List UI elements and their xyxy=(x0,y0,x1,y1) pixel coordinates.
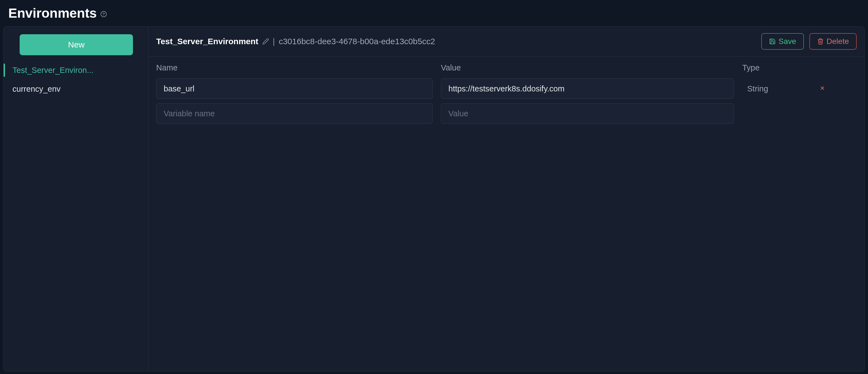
sidebar-item-currency-env[interactable]: currency_env xyxy=(4,80,141,98)
save-icon xyxy=(769,38,776,45)
variable-name-input[interactable] xyxy=(156,78,433,99)
page-title: Environments xyxy=(8,5,97,21)
new-variable-name-input[interactable] xyxy=(156,103,433,124)
save-button-label: Save xyxy=(778,37,796,46)
main-content: Test_Server_Environment | c3016bc8-dee3-… xyxy=(149,27,864,371)
environment-name: Test_Server_Environment xyxy=(156,37,258,46)
variables-grid: Name Value Type String xyxy=(156,63,857,124)
environment-header: Test_Server_Environment | c3016bc8-dee3-… xyxy=(149,27,864,57)
environments-panel: New Test_Server_Environ... currency_env … xyxy=(3,26,865,372)
new-variable-value-input[interactable] xyxy=(441,103,734,124)
trash-icon xyxy=(817,38,824,45)
remove-variable-icon[interactable] xyxy=(814,85,831,93)
environment-id: c3016bc8-dee3-4678-b00a-ede13c0b5cc2 xyxy=(279,37,435,46)
empty-action-cell xyxy=(814,113,831,114)
pencil-icon[interactable] xyxy=(262,38,269,45)
sidebar-item-label: Test_Server_Environ... xyxy=(12,66,93,75)
column-header-spacer xyxy=(814,68,831,69)
sidebar: New Test_Server_Environ... currency_env xyxy=(4,27,149,371)
header-actions: Save Delete xyxy=(761,33,857,50)
environment-list: Test_Server_Environ... currency_env xyxy=(4,61,141,98)
help-icon[interactable]: ? xyxy=(101,11,107,17)
delete-button-label: Delete xyxy=(827,37,849,46)
delete-button[interactable]: Delete xyxy=(809,33,857,50)
separator: | xyxy=(273,37,275,46)
new-environment-button[interactable]: New xyxy=(20,34,133,55)
variables-area: Name Value Type String xyxy=(149,57,864,130)
sidebar-item-test-server-environment[interactable]: Test_Server_Environ... xyxy=(4,61,141,79)
variable-type: String xyxy=(742,84,806,93)
column-header-type: Type xyxy=(742,63,806,74)
environment-title-area: Test_Server_Environment | c3016bc8-dee3-… xyxy=(156,37,435,46)
page-header: Environments ? xyxy=(0,0,868,26)
column-header-name: Name xyxy=(156,63,433,74)
column-header-value: Value xyxy=(441,63,734,74)
empty-type-cell xyxy=(742,113,806,114)
save-button[interactable]: Save xyxy=(761,33,804,50)
sidebar-item-label: currency_env xyxy=(12,84,61,94)
variable-value-input[interactable] xyxy=(441,78,734,99)
